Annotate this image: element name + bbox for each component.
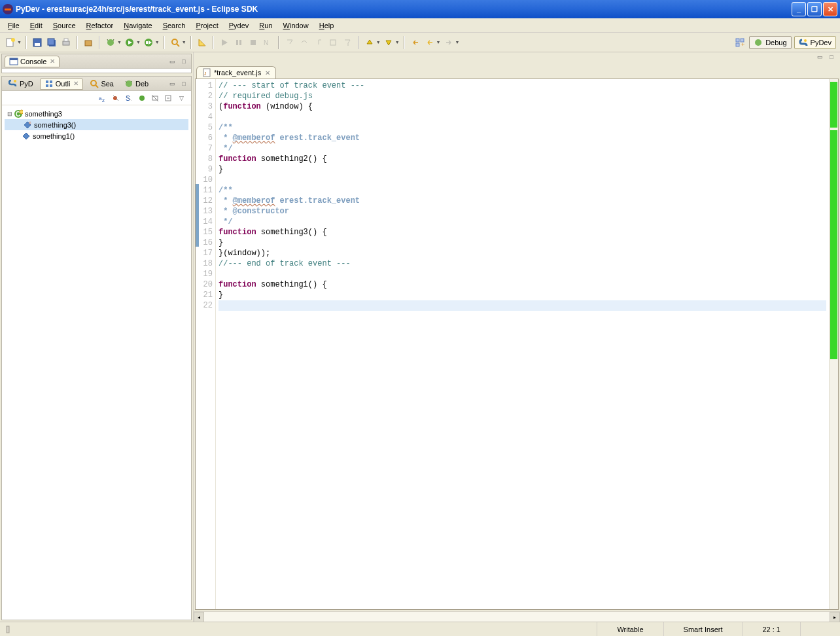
line-number-gutter[interactable]: 12345678910111213141516171819202122 (199, 79, 216, 609)
disconnect-button[interactable]: N (261, 36, 274, 49)
tree-node-class[interactable]: ⊟ C something3 (5, 108, 188, 119)
tree-node-constructor[interactable]: c something3() (5, 119, 188, 130)
minimize-view-button[interactable]: ▭ (167, 57, 177, 66)
open-perspective-button[interactable]: + (733, 36, 746, 49)
view-tab-sea[interactable]: Sea (86, 79, 118, 89)
collapse-all-button[interactable] (164, 94, 173, 103)
menu-file[interactable]: File (3, 20, 25, 31)
dropdown-arrow-icon[interactable]: ▼ (17, 40, 22, 44)
step-return-button[interactable] (312, 36, 325, 49)
code-area[interactable]: // --- start of track event ---// requir… (216, 79, 829, 609)
menu-bar: FileEditSourceRefactorNavigateSearchProj… (0, 18, 840, 33)
build-button[interactable] (82, 36, 95, 49)
menu-help[interactable]: Help (314, 20, 340, 31)
horizontal-scrollbar[interactable]: ◂ ▸ (194, 611, 840, 622)
editor-tabs: J *track_event.js ✕ (194, 64, 840, 79)
hide-fields-button[interactable] (111, 94, 120, 103)
tree-node-member[interactable]: something1() (5, 130, 188, 141)
console-tab-label: Console (20, 58, 46, 65)
svg-marker-27 (386, 41, 391, 45)
close-icon[interactable]: ✕ (73, 80, 79, 87)
maximize-editor-button[interactable]: □ (827, 52, 836, 62)
overview-ruler[interactable] (829, 79, 838, 609)
menu-pydev[interactable]: Pydev (224, 20, 254, 31)
step-over-button[interactable] (298, 36, 311, 49)
restore-button[interactable]: ❐ (807, 2, 822, 16)
resume-button[interactable] (218, 36, 231, 49)
close-icon[interactable]: ✕ (265, 69, 270, 77)
close-icon[interactable]: ✕ (50, 58, 55, 65)
search-button[interactable] (169, 36, 182, 49)
view-tab-deb[interactable]: Deb (120, 79, 152, 89)
hide-static-button[interactable]: S (124, 94, 133, 103)
maximize-view-button[interactable]: □ (179, 57, 188, 66)
menu-window[interactable]: Window (278, 20, 314, 31)
constructor-icon: c (23, 120, 32, 130)
perspective-pydev[interactable]: PyDev (794, 36, 836, 49)
print-button[interactable] (60, 36, 73, 49)
mark-button[interactable] (196, 36, 209, 49)
outline-tree[interactable]: ⊟ C something3 c something3() something1… (2, 105, 191, 620)
menu-project[interactable]: Project (191, 20, 224, 31)
run-last-button[interactable] (142, 36, 155, 49)
svg-text:J: J (204, 71, 207, 76)
editor[interactable]: 12345678910111213141516171819202122 // -… (195, 79, 839, 610)
menu-navigate[interactable]: Navigate (118, 20, 157, 31)
minimize-view-button[interactable]: ▭ (167, 79, 177, 88)
prev-annotation-button[interactable] (382, 36, 395, 49)
menu-run[interactable]: Run (254, 20, 277, 31)
perspective-debug[interactable]: Debug (749, 36, 791, 49)
dropdown-arrow-icon[interactable]: ▼ (436, 40, 441, 44)
menu-source[interactable]: Source (48, 20, 81, 31)
dropdown-arrow-icon[interactable]: ▼ (117, 40, 122, 44)
run-button[interactable] (123, 36, 136, 49)
dropdown-arrow-icon[interactable]: ▼ (455, 40, 460, 44)
sort-button[interactable]: az (98, 94, 107, 103)
menu-search[interactable]: Search (158, 20, 191, 31)
scroll-left-button[interactable]: ◂ (194, 612, 204, 622)
back-button[interactable] (423, 36, 436, 49)
svg-point-41 (91, 80, 96, 86)
forward-button[interactable] (442, 36, 455, 49)
minimize-button[interactable]: _ (792, 2, 806, 16)
step-into-button[interactable] (283, 36, 296, 49)
save-button[interactable] (31, 36, 44, 49)
dropdown-arrow-icon[interactable]: ▼ (136, 40, 141, 44)
dropdown-arrow-icon[interactable]: ▼ (182, 40, 186, 44)
hide-local-button[interactable] (150, 94, 160, 103)
menu-refactor[interactable]: Refactor (81, 20, 119, 31)
console-tab[interactable]: Console ✕ (5, 56, 60, 67)
scroll-right-button[interactable]: ▸ (830, 612, 840, 622)
suspend-button[interactable] (232, 36, 245, 49)
view-tab-outli[interactable]: Outli✕ (40, 78, 84, 90)
debug-button[interactable] (104, 36, 117, 49)
svg-point-48 (113, 96, 117, 100)
dropdown-arrow-icon[interactable]: ▼ (395, 40, 400, 44)
editor-tab[interactable]: J *track_event.js ✕ (196, 66, 276, 79)
menu-edit[interactable]: Edit (25, 20, 48, 31)
svg-marker-62 (23, 133, 29, 139)
status-cursor-position: 22 : 1 (742, 622, 800, 636)
dropdown-arrow-icon[interactable]: ▼ (155, 40, 160, 44)
svg-point-1 (11, 38, 15, 42)
maximize-view-button[interactable]: □ (179, 79, 188, 88)
minimize-editor-button[interactable]: ▭ (815, 52, 824, 62)
drop-frame-button[interactable] (326, 36, 340, 49)
svg-point-43 (126, 80, 132, 87)
js-file-icon: J (202, 68, 211, 77)
next-annotation-button[interactable] (363, 36, 376, 49)
view-tab-pyd[interactable]: PyD (5, 79, 37, 89)
terminate-button[interactable] (247, 36, 260, 49)
close-button[interactable]: ✕ (823, 2, 837, 16)
save-all-button[interactable] (45, 36, 58, 49)
collapse-icon[interactable]: ⊟ (6, 111, 14, 117)
dropdown-arrow-icon[interactable]: ▼ (376, 40, 381, 44)
svg-marker-26 (367, 40, 372, 44)
new-button[interactable] (4, 36, 17, 49)
view-icon (124, 79, 133, 88)
svg-point-36 (14, 80, 16, 82)
last-edit-button[interactable] (409, 36, 422, 49)
view-menu-button[interactable]: ▽ (177, 94, 186, 103)
step-filters-button[interactable] (341, 36, 354, 49)
hide-nonpublic-button[interactable] (137, 94, 147, 103)
